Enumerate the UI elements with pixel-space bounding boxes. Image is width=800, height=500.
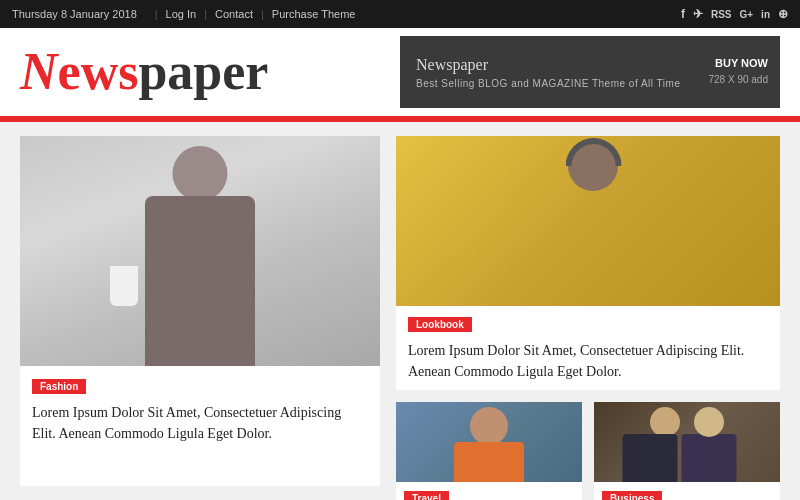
travel-category[interactable]: Travel — [404, 491, 449, 500]
ad-buy: BUY NOW 728 X 90 add — [709, 57, 769, 87]
business-card[interactable]: Business Lorem Ipsum Dolor Sit Amet — [594, 402, 780, 500]
bubble-decoration — [157, 266, 207, 316]
suit-right-decoration — [682, 434, 737, 482]
googleplus-icon[interactable]: G+ — [739, 9, 753, 20]
cup-decoration — [110, 266, 138, 306]
ad-banner[interactable]: Newspaper Best Selling BLOG and MAGAZINE… — [400, 36, 780, 108]
top-right-image — [396, 136, 780, 306]
business-figure-bg — [594, 402, 780, 482]
top-right-title: Lorem Ipsum Dolor Sit Amet, Consectetuer… — [408, 340, 768, 382]
fashion-figure-bg — [20, 136, 380, 366]
top-right-category[interactable]: Lookbook — [408, 317, 472, 332]
buy-now-label: BUY NOW — [709, 57, 769, 69]
main-content: Fashion Lorem Ipsum Dolor Sit Amet, Cons… — [0, 122, 800, 500]
contact-link[interactable]: Contact — [215, 8, 253, 20]
date-label: Thursday 8 January 2018 — [12, 8, 137, 20]
sep3: | — [261, 8, 264, 20]
travel-figure-bg — [396, 402, 582, 482]
purchase-link[interactable]: Purchase Theme — [272, 8, 356, 20]
big-card[interactable]: Fashion Lorem Ipsum Dolor Sit Amet, Cons… — [20, 136, 380, 486]
ad-dimensions: 728 X 90 add — [709, 74, 769, 85]
big-card-category[interactable]: Fashion — [32, 379, 86, 394]
twitter-icon[interactable]: ✈ — [693, 7, 703, 21]
right-column: Lookbook Lorem Ipsum Dolor Sit Amet, Con… — [396, 136, 780, 486]
business-image — [594, 402, 780, 482]
top-bar-left: Thursday 8 January 2018 | Log In | Conta… — [12, 8, 355, 20]
login-link[interactable]: Log In — [166, 8, 197, 20]
suit-left-decoration — [622, 434, 677, 482]
logo-ews: ews — [58, 43, 139, 100]
top-right-body: Lookbook Lorem Ipsum Dolor Sit Amet, Con… — [396, 306, 780, 390]
business-category[interactable]: Business — [602, 491, 662, 500]
business-card-body: Business Lorem Ipsum Dolor Sit Amet — [594, 482, 780, 500]
rss-icon[interactable]: RSS — [711, 9, 732, 20]
sep2: | — [204, 8, 207, 20]
big-card-title: Lorem Ipsum Dolor Sit Amet, Consectetuer… — [32, 402, 368, 444]
logo-paper: paper — [138, 43, 268, 100]
facebook-icon[interactable]: f — [681, 7, 685, 21]
headphone-decoration — [566, 138, 622, 166]
sep1: | — [155, 8, 158, 20]
top-right-card[interactable]: Lookbook Lorem Ipsum Dolor Sit Amet, Con… — [396, 136, 780, 390]
travel-card-body: Travel Lorem Ipsum Dolor Sit Amet — [396, 482, 582, 500]
big-card-image — [20, 136, 380, 366]
bottom-row: Travel Lorem Ipsum Dolor Sit Amet Busine… — [396, 402, 780, 500]
big-card-body: Fashion Lorem Ipsum Dolor Sit Amet, Cons… — [20, 366, 380, 486]
header: Newspaper Newspaper Best Selling BLOG an… — [0, 28, 800, 116]
linkedin-icon[interactable]: in — [761, 9, 770, 20]
pinterest-icon[interactable]: ⊕ — [778, 7, 788, 21]
travel-image — [396, 402, 582, 482]
travel-card[interactable]: Travel Lorem Ipsum Dolor Sit Amet — [396, 402, 582, 500]
top-bar: Thursday 8 January 2018 | Log In | Conta… — [0, 0, 800, 28]
logo-n: N — [20, 43, 58, 100]
logo[interactable]: Newspaper — [20, 46, 268, 98]
music-figure-bg — [396, 136, 780, 306]
social-icons: f ✈ RSS G+ in ⊕ — [681, 7, 788, 21]
left-column: Fashion Lorem Ipsum Dolor Sit Amet, Cons… — [20, 136, 380, 486]
